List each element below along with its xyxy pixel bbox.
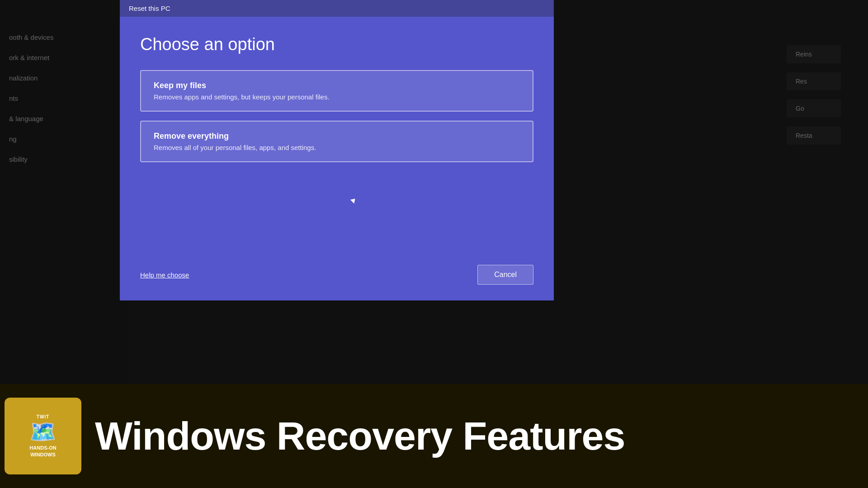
dialog-heading: Choose an option bbox=[140, 35, 533, 54]
dialog-footer: Help me choose Cancel bbox=[120, 256, 554, 300]
cancel-button[interactable]: Cancel bbox=[477, 265, 533, 285]
remove-everything-title: Remove everything bbox=[154, 131, 520, 141]
lower-overlay-bar: TWIT 🗺️ HANDS-ON WINDOWS Windows Recover… bbox=[0, 384, 868, 488]
dialog-titlebar-text: Reset this PC bbox=[129, 5, 170, 12]
keep-files-title: Keep my files bbox=[154, 81, 520, 90]
logo-map-icon: 🗺️ bbox=[29, 421, 57, 443]
dialog-body: Choose an option Keep my files Removes a… bbox=[120, 17, 554, 256]
lower-bar-title: Windows Recovery Features bbox=[95, 416, 625, 456]
keep-files-description: Removes apps and settings, but keeps you… bbox=[154, 93, 520, 101]
logo-show-name: HANDS-ON WINDOWS bbox=[29, 445, 56, 458]
remove-everything-description: Removes all of your personal files, apps… bbox=[154, 144, 520, 151]
help-me-choose-link[interactable]: Help me choose bbox=[140, 271, 189, 279]
keep-files-option[interactable]: Keep my files Removes apps and settings,… bbox=[140, 70, 533, 112]
reset-pc-dialog: Reset this PC Choose an option Keep my f… bbox=[120, 0, 554, 300]
remove-everything-option[interactable]: Remove everything Removes all of your pe… bbox=[140, 121, 533, 162]
show-logo: TWIT 🗺️ HANDS-ON WINDOWS bbox=[5, 398, 81, 474]
logo-network-label: TWIT bbox=[37, 414, 49, 419]
dialog-titlebar: Reset this PC bbox=[120, 0, 554, 17]
